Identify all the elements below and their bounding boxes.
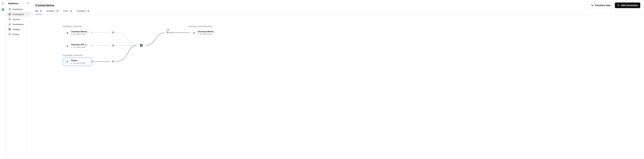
- transform-node[interactable]: [110, 30, 116, 35]
- main: Connections Transform data Add Connectio…: [32, 0, 644, 159]
- transform-node[interactable]: [110, 43, 116, 48]
- diagram-wrap[interactable]: Internal Sources External Sources Intern…: [32, 14, 644, 159]
- segment-icon: [192, 31, 196, 35]
- workspace-icon: [139, 43, 144, 48]
- sidebar-item-label: Privacy: [12, 33, 19, 35]
- svg-point-23: [67, 45, 68, 47]
- transform-icon: [591, 4, 594, 6]
- svg-point-10: [10, 14, 11, 15]
- sidebar-item-catalog[interactable]: Catalog: [7, 27, 30, 32]
- tab-disabled[interactable]: Disabled 0: [77, 10, 90, 14]
- node-status: No recent data: [71, 33, 90, 35]
- sidebar-item-privacy[interactable]: Privacy: [7, 32, 30, 37]
- chevron-double-left-icon: [27, 2, 29, 5]
- sidebar-item-label: Connections: [12, 13, 24, 15]
- source-node-flutter[interactable]: Flutter No recent data: [63, 58, 92, 66]
- status-dot-icon: [71, 47, 72, 48]
- tab-label: Enabled: [46, 10, 54, 12]
- transform-node[interactable]: [110, 59, 116, 64]
- sidebar-item-sources[interactable]: Sources: [7, 17, 30, 22]
- arrow-out-icon: [8, 18, 11, 20]
- gauge-icon: [8, 8, 11, 10]
- svg-rect-15: [9, 29, 10, 30]
- sidebar-header: Pipelines: [7, 1, 30, 7]
- svg-rect-4: [2, 9, 3, 10]
- flutter-icon: [65, 60, 70, 64]
- tabs: All 4 Enabled 4 Issue 0 Disabled 0: [32, 8, 644, 14]
- funnel-icon: [112, 31, 114, 34]
- connections-icon: [8, 13, 11, 15]
- main-header: Connections Transform data Add Connectio…: [32, 0, 644, 8]
- node-port[interactable]: [91, 45, 92, 46]
- funnel-icon: [166, 31, 169, 34]
- svg-point-31: [194, 32, 195, 34]
- svg-point-11: [8, 19, 10, 20]
- sidebar-item-connections[interactable]: Connections: [7, 12, 30, 16]
- hub-node[interactable]: [136, 40, 146, 51]
- node-title: Journeys Workspace: [198, 30, 216, 33]
- svg-rect-16: [10, 29, 11, 30]
- svg-rect-28: [140, 45, 142, 47]
- plus-icon: [617, 4, 620, 6]
- sidebar-title: Pipelines: [8, 2, 18, 5]
- sidebar-nav: Dashboard Connections Sources Destinatio…: [7, 7, 30, 37]
- svg-point-8: [10, 13, 11, 14]
- node-status: No recent data: [71, 62, 86, 64]
- section-label-external-sources: External Sources: [63, 54, 83, 56]
- node-port[interactable]: [91, 61, 92, 62]
- app: Pipelines Dashboard Connections: [0, 0, 644, 159]
- segment-icon: [65, 44, 70, 48]
- destination-node-journeys-workspace[interactable]: Journeys Workspace No recent data: [190, 29, 218, 37]
- svg-rect-3: [3, 8, 4, 9]
- svg-point-7: [9, 13, 10, 14]
- rail-item-brand[interactable]: [1, 1, 5, 6]
- tab-all[interactable]: All 4: [36, 10, 42, 14]
- section-label-internal-sources: Internal Sources: [63, 25, 82, 27]
- brand-icon: [2, 2, 4, 5]
- status-dot-icon: [198, 34, 199, 35]
- svg-point-17: [10, 34, 10, 34]
- sidebar: Pipelines Dashboard Connections: [6, 0, 32, 159]
- sidebar-item-label: Sources: [12, 18, 20, 20]
- tab-count: 0: [87, 10, 90, 12]
- tab-count: 4: [56, 10, 59, 12]
- header-actions: Transform data Add Connection: [589, 2, 640, 8]
- node-status: No recent data: [198, 33, 216, 35]
- sidebar-item-destinations[interactable]: Destinations: [7, 22, 30, 27]
- svg-rect-5: [3, 9, 4, 10]
- add-connection-label: Add Connection: [621, 4, 638, 6]
- shield-icon: [8, 33, 11, 35]
- node-title: Flutter: [71, 59, 86, 62]
- svg-point-12: [10, 24, 11, 25]
- diagram-canvas[interactable]: Internal Sources External Sources Intern…: [32, 14, 251, 93]
- svg-rect-2: [2, 8, 3, 9]
- tab-count: 4: [39, 10, 42, 12]
- node-title: Journeys API: email …: [71, 43, 90, 46]
- funnel-icon: [112, 44, 114, 47]
- collapse-sidebar-button[interactable]: [26, 2, 29, 5]
- source-node-journeys-api[interactable]: Journeys API: email … No recent data: [63, 42, 92, 50]
- tab-label: Issue: [63, 10, 68, 12]
- tab-issue[interactable]: Issue 0: [63, 10, 73, 14]
- funnel-icon: [112, 60, 114, 63]
- arrow-in-icon: [8, 23, 11, 25]
- node-title: Journeys Message …: [71, 30, 90, 33]
- node-port[interactable]: [91, 32, 92, 33]
- destination-count-badge: 14: [166, 28, 170, 31]
- transform-data-button[interactable]: Transform data: [589, 2, 613, 8]
- tab-enabled[interactable]: Enabled 4: [46, 10, 59, 14]
- section-label-internal-destinations: Internal Destinations: [188, 25, 212, 27]
- rail-item-workspace[interactable]: [1, 7, 5, 12]
- tab-label: Disabled: [77, 10, 85, 12]
- source-node-journeys-message[interactable]: Journeys Message … No recent data: [63, 29, 92, 37]
- sidebar-item-label: Destinations: [12, 23, 24, 25]
- sidebar-item-dashboard[interactable]: Dashboard: [7, 7, 30, 11]
- node-status: No recent data: [71, 46, 90, 48]
- status-dot-icon: [71, 63, 72, 64]
- svg-rect-26: [140, 44, 142, 45]
- segment-icon: [65, 31, 70, 35]
- transform-data-label: Transform data: [595, 4, 610, 6]
- svg-point-18: [592, 5, 592, 6]
- node-port[interactable]: [170, 32, 172, 33]
- add-connection-button[interactable]: Add Connection: [615, 2, 640, 8]
